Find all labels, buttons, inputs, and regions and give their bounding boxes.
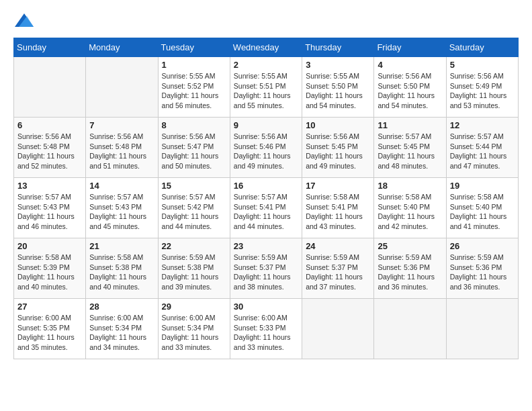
day-number: 8 (162, 120, 226, 130)
calendar-week-row: 20 Sunrise: 5:58 AMSunset: 5:39 PMDaylig… (14, 238, 519, 299)
day-detail: Sunrise: 5:59 AMSunset: 5:37 PMDaylight:… (306, 253, 370, 292)
day-detail: Sunrise: 5:55 AMSunset: 5:51 PMDaylight:… (234, 71, 298, 111)
weekday-header: Wednesday (230, 38, 302, 57)
calendar-cell: 26 Sunrise: 5:59 AMSunset: 5:36 PMDaylig… (446, 238, 518, 299)
calendar-cell: 3 Sunrise: 5:55 AMSunset: 5:50 PMDayligh… (302, 57, 374, 118)
day-number: 5 (450, 60, 515, 70)
day-detail: Sunrise: 5:56 AMSunset: 5:50 PMDaylight:… (378, 71, 442, 111)
day-detail: Sunrise: 5:56 AMSunset: 5:48 PMDaylight:… (17, 132, 82, 171)
day-number: 27 (17, 302, 82, 312)
day-detail: Sunrise: 5:57 AMSunset: 5:43 PMDaylight:… (89, 192, 154, 232)
calendar-cell: 1 Sunrise: 5:55 AMSunset: 5:52 PMDayligh… (158, 57, 230, 118)
day-detail: Sunrise: 6:00 AMSunset: 5:34 PMDaylight:… (89, 313, 154, 353)
calendar-cell: 2 Sunrise: 5:55 AMSunset: 5:51 PMDayligh… (230, 57, 302, 118)
day-number: 24 (306, 241, 370, 251)
calendar-cell: 16 Sunrise: 5:57 AMSunset: 5:41 PMDaylig… (230, 178, 302, 238)
weekday-header: Monday (86, 38, 158, 57)
day-detail: Sunrise: 5:59 AMSunset: 5:36 PMDaylight:… (450, 253, 515, 292)
day-number: 4 (378, 60, 442, 70)
weekday-header: Sunday (14, 38, 86, 57)
day-number: 6 (17, 120, 82, 130)
calendar-cell: 25 Sunrise: 5:59 AMSunset: 5:36 PMDaylig… (374, 238, 446, 299)
day-number: 2 (234, 60, 298, 70)
day-detail: Sunrise: 5:57 AMSunset: 5:43 PMDaylight:… (17, 192, 82, 232)
calendar-cell: 23 Sunrise: 5:59 AMSunset: 5:37 PMDaylig… (230, 238, 302, 299)
day-detail: Sunrise: 5:57 AMSunset: 5:45 PMDaylight:… (378, 132, 442, 171)
calendar-cell: 11 Sunrise: 5:57 AMSunset: 5:45 PMDaylig… (374, 118, 446, 178)
day-number: 13 (17, 181, 82, 191)
calendar-cell: 18 Sunrise: 5:58 AMSunset: 5:40 PMDaylig… (374, 178, 446, 238)
day-detail: Sunrise: 6:00 AMSunset: 5:35 PMDaylight:… (17, 313, 82, 353)
day-detail: Sunrise: 5:56 AMSunset: 5:46 PMDaylight:… (234, 132, 298, 171)
calendar-week-row: 6 Sunrise: 5:56 AMSunset: 5:48 PMDayligh… (14, 118, 519, 178)
calendar-cell: 17 Sunrise: 5:58 AMSunset: 5:41 PMDaylig… (302, 178, 374, 238)
day-detail: Sunrise: 5:56 AMSunset: 5:47 PMDaylight:… (162, 132, 226, 171)
day-number: 19 (450, 181, 515, 191)
day-number: 16 (234, 181, 298, 191)
day-detail: Sunrise: 5:58 AMSunset: 5:40 PMDaylight:… (378, 192, 442, 232)
calendar-cell: 13 Sunrise: 5:57 AMSunset: 5:43 PMDaylig… (14, 178, 86, 238)
calendar-week-row: 1 Sunrise: 5:55 AMSunset: 5:52 PMDayligh… (14, 57, 519, 118)
day-detail: Sunrise: 5:58 AMSunset: 5:39 PMDaylight:… (17, 253, 82, 292)
day-number: 18 (378, 181, 442, 191)
day-number: 9 (234, 120, 298, 130)
weekday-header: Saturday (446, 38, 518, 57)
calendar-cell (86, 57, 158, 118)
day-number: 7 (89, 120, 154, 130)
day-detail: Sunrise: 6:00 AMSunset: 5:33 PMDaylight:… (234, 313, 298, 353)
calendar-cell: 29 Sunrise: 6:00 AMSunset: 5:34 PMDaylig… (158, 299, 230, 359)
calendar-cell: 27 Sunrise: 6:00 AMSunset: 5:35 PMDaylig… (14, 299, 86, 359)
day-number: 11 (378, 120, 442, 130)
day-number: 25 (378, 241, 442, 251)
day-number: 15 (162, 181, 226, 191)
calendar-cell: 20 Sunrise: 5:58 AMSunset: 5:39 PMDaylig… (14, 238, 86, 299)
day-detail: Sunrise: 5:57 AMSunset: 5:42 PMDaylight:… (162, 192, 226, 232)
day-number: 10 (306, 120, 370, 130)
calendar-cell: 5 Sunrise: 5:56 AMSunset: 5:49 PMDayligh… (446, 57, 518, 118)
weekday-header: Friday (374, 38, 446, 57)
calendar-cell: 9 Sunrise: 5:56 AMSunset: 5:46 PMDayligh… (230, 118, 302, 178)
day-number: 12 (450, 120, 515, 130)
day-number: 26 (450, 241, 515, 251)
calendar-cell: 8 Sunrise: 5:56 AMSunset: 5:47 PMDayligh… (158, 118, 230, 178)
day-detail: Sunrise: 6:00 AMSunset: 5:34 PMDaylight:… (162, 313, 226, 353)
day-number: 20 (17, 241, 82, 251)
day-number: 23 (234, 241, 298, 251)
day-detail: Sunrise: 5:55 AMSunset: 5:50 PMDaylight:… (306, 71, 370, 111)
day-number: 3 (306, 60, 370, 70)
calendar-cell: 15 Sunrise: 5:57 AMSunset: 5:42 PMDaylig… (158, 178, 230, 238)
day-detail: Sunrise: 5:56 AMSunset: 5:49 PMDaylight:… (450, 71, 515, 111)
weekday-header-row: SundayMondayTuesdayWednesdayThursdayFrid… (14, 38, 519, 57)
calendar-week-row: 27 Sunrise: 6:00 AMSunset: 5:35 PMDaylig… (14, 299, 519, 359)
weekday-header: Tuesday (158, 38, 230, 57)
calendar-cell (14, 57, 86, 118)
weekday-header: Thursday (302, 38, 374, 57)
logo (13, 13, 34, 27)
day-detail: Sunrise: 5:56 AMSunset: 5:48 PMDaylight:… (89, 132, 154, 171)
day-detail: Sunrise: 5:57 AMSunset: 5:41 PMDaylight:… (234, 192, 298, 232)
calendar-cell: 14 Sunrise: 5:57 AMSunset: 5:43 PMDaylig… (86, 178, 158, 238)
calendar-cell: 22 Sunrise: 5:59 AMSunset: 5:38 PMDaylig… (158, 238, 230, 299)
calendar-cell: 30 Sunrise: 6:00 AMSunset: 5:33 PMDaylig… (230, 299, 302, 359)
day-detail: Sunrise: 5:59 AMSunset: 5:36 PMDaylight:… (378, 253, 442, 292)
day-number: 14 (89, 181, 154, 191)
day-detail: Sunrise: 5:56 AMSunset: 5:45 PMDaylight:… (306, 132, 370, 171)
calendar-cell: 24 Sunrise: 5:59 AMSunset: 5:37 PMDaylig… (302, 238, 374, 299)
page-header (13, 13, 519, 27)
calendar-cell: 6 Sunrise: 5:56 AMSunset: 5:48 PMDayligh… (14, 118, 86, 178)
day-detail: Sunrise: 5:59 AMSunset: 5:38 PMDaylight:… (162, 253, 226, 292)
calendar-cell: 21 Sunrise: 5:58 AMSunset: 5:38 PMDaylig… (86, 238, 158, 299)
day-number: 1 (162, 60, 226, 70)
day-detail: Sunrise: 5:58 AMSunset: 5:40 PMDaylight:… (450, 192, 515, 232)
calendar-cell: 19 Sunrise: 5:58 AMSunset: 5:40 PMDaylig… (446, 178, 518, 238)
day-number: 22 (162, 241, 226, 251)
day-number: 21 (89, 241, 154, 251)
calendar-cell: 4 Sunrise: 5:56 AMSunset: 5:50 PMDayligh… (374, 57, 446, 118)
day-number: 17 (306, 181, 370, 191)
calendar-cell: 28 Sunrise: 6:00 AMSunset: 5:34 PMDaylig… (86, 299, 158, 359)
calendar-cell (302, 299, 374, 359)
day-detail: Sunrise: 5:59 AMSunset: 5:37 PMDaylight:… (234, 253, 298, 292)
day-detail: Sunrise: 5:57 AMSunset: 5:44 PMDaylight:… (450, 132, 515, 171)
calendar-cell (446, 299, 518, 359)
day-detail: Sunrise: 5:58 AMSunset: 5:38 PMDaylight:… (89, 253, 154, 292)
